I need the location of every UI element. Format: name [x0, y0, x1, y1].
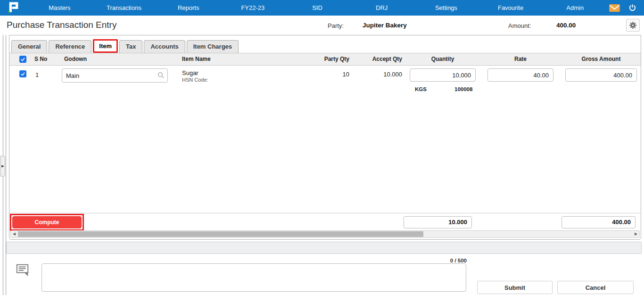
godown-input[interactable]: [62, 68, 168, 83]
row-unit: KGS: [415, 86, 427, 92]
row-party-qty: 10: [316, 71, 349, 78]
quantity-input[interactable]: [410, 68, 476, 82]
nav-item-masters[interactable]: Masters: [27, 0, 92, 16]
col-header-accept-qty: Accept Qty: [363, 53, 402, 65]
nav-item-admin[interactable]: Admin: [543, 0, 607, 16]
cancel-button[interactable]: Cancel: [557, 281, 634, 294]
compute-highlight-box: Compute: [10, 214, 84, 231]
tab-strip: General Reference Item Tax Accounts Item…: [11, 39, 239, 53]
tab-reference[interactable]: Reference: [49, 40, 91, 53]
party-value: Jupiter Bakery: [363, 22, 407, 29]
nav-item-transactions[interactable]: Transactions: [92, 0, 157, 16]
chevron-right-icon: ▶: [1, 164, 4, 168]
nav-item-drj[interactable]: DRJ: [349, 0, 414, 16]
total-gross-amount: 400.00: [561, 216, 636, 228]
nav-item-reports[interactable]: Reports: [156, 0, 221, 16]
col-header-rate: Rate: [487, 53, 553, 65]
rate-input[interactable]: [487, 68, 553, 82]
tab-item-charges[interactable]: Item Charges: [187, 40, 239, 53]
row-hsn-label: HSN Code:: [182, 77, 208, 83]
sidebar-expand-handle[interactable]: ▶: [0, 156, 5, 177]
col-header-party-qty: Party Qty: [316, 53, 349, 65]
item-table-header: S No Godown Item Name Party Qty Accept Q…: [9, 53, 641, 66]
row-checkbox[interactable]: [19, 70, 26, 77]
remarks-textarea[interactable]: [41, 263, 466, 292]
gross-amount-input[interactable]: [565, 68, 637, 82]
app-logo[interactable]: [0, 1, 27, 14]
row-sno: 1: [35, 71, 39, 78]
mail-icon[interactable]: [609, 4, 620, 12]
tab-tax[interactable]: Tax: [119, 40, 142, 53]
separator-band: [6, 242, 642, 254]
nav-item-favourite[interactable]: Favourite: [479, 0, 543, 16]
check-icon: [20, 57, 25, 62]
search-icon[interactable]: [157, 72, 165, 80]
scrollbar-thumb[interactable]: [18, 231, 423, 237]
horizontal-scrollbar[interactable]: ◀ ▶: [10, 230, 640, 238]
transaction-entry-panel: General Reference Item Tax Accounts Item…: [9, 35, 641, 240]
col-header-gross-amount: Gross Amount: [565, 53, 637, 65]
amount-label: Amount:: [508, 22, 531, 29]
nav-item-fiscal-year[interactable]: FY22-23: [221, 0, 285, 16]
scroll-left-arrow-icon[interactable]: ◀: [11, 231, 17, 237]
col-header-sno: S No: [34, 53, 47, 65]
app-logo-icon: [7, 1, 19, 14]
power-icon[interactable]: [628, 4, 636, 12]
party-label: Party:: [328, 22, 344, 29]
row-accept-qty: 10.000: [363, 71, 402, 78]
table-footer: Compute 10.000 400.00: [9, 213, 641, 230]
tab-general[interactable]: General: [11, 40, 47, 53]
check-icon: [20, 71, 25, 76]
gear-icon: [629, 21, 637, 29]
nav-item-sid[interactable]: SID: [285, 0, 350, 16]
row-item-name: Sugar: [182, 69, 198, 76]
settings-gear-button[interactable]: [626, 19, 640, 32]
page-title: Purchase Transaction Entry: [7, 20, 116, 30]
scroll-right-arrow-icon[interactable]: ▶: [633, 231, 639, 237]
top-nav-bar: Masters Transactions Reports FY22-23 SID…: [0, 0, 644, 16]
compute-button[interactable]: Compute: [12, 216, 82, 228]
select-all-checkbox[interactable]: [19, 56, 26, 63]
page-header: Purchase Transaction Entry Party: Jupite…: [0, 16, 644, 35]
col-header-godown: Godown: [64, 53, 87, 65]
submit-button[interactable]: Submit: [477, 281, 553, 294]
tab-accounts[interactable]: Accounts: [144, 40, 185, 53]
amount-value: 400.00: [556, 22, 576, 29]
total-quantity: 10.000: [404, 216, 472, 228]
remarks-comment-icon: [16, 263, 30, 279]
col-header-quantity: Quantity: [410, 53, 476, 65]
remarks-char-counter: 0 / 500: [396, 258, 467, 263]
col-header-item-name: Item Name: [182, 53, 211, 65]
item-table-row: 1 Sugar HSN Code: 10 10.000 KGS 100008: [9, 67, 641, 100]
nav-item-settings[interactable]: Settings: [414, 0, 479, 16]
nav-menu: Masters Transactions Reports FY22-23 SID…: [27, 0, 607, 16]
tab-item[interactable]: Item: [93, 39, 118, 53]
row-item-code: 100008: [454, 86, 472, 92]
